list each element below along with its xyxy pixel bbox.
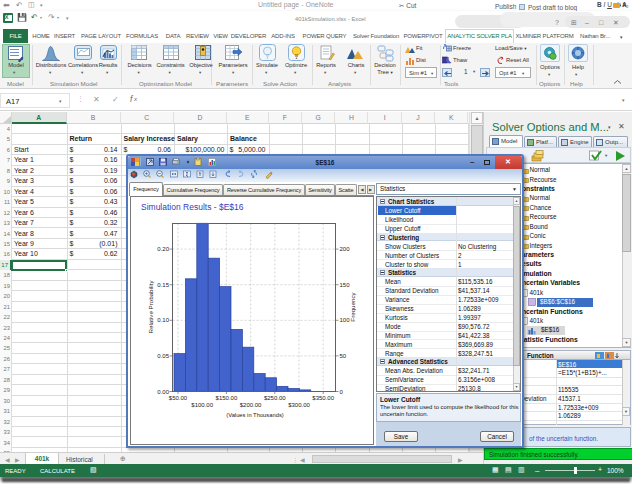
svg-text:$200.00: $200.00 (239, 401, 261, 407)
svg-text:0.05: 0.05 (157, 352, 169, 358)
svg-text:$50.00: $50.00 (168, 394, 187, 400)
svg-text:Simulation Results - $E$16: Simulation Results - $E$16 (141, 202, 244, 212)
svg-text:$250.00: $250.00 (263, 394, 285, 400)
svg-text:Relative Probability: Relative Probability (146, 279, 153, 333)
svg-text:$100.00: $100.00 (191, 401, 213, 407)
svg-text:150: 150 (339, 281, 350, 287)
svg-text:(Values in Thousands): (Values in Thousands) (226, 412, 284, 418)
svg-text:$300.00: $300.00 (288, 401, 310, 407)
svg-text:Frequency: Frequency (349, 291, 356, 321)
svg-text:0: 0 (339, 388, 343, 394)
svg-text:0.15: 0.15 (157, 281, 169, 287)
svg-text:0.00: 0.00 (157, 388, 169, 394)
svg-text:0.10: 0.10 (157, 317, 169, 323)
svg-text:$150.00: $150.00 (215, 394, 237, 400)
svg-text:$350.00: $350.00 (312, 394, 334, 400)
svg-text:200: 200 (339, 246, 350, 252)
svg-text:0.20: 0.20 (157, 246, 169, 252)
svg-text:50: 50 (339, 352, 346, 358)
